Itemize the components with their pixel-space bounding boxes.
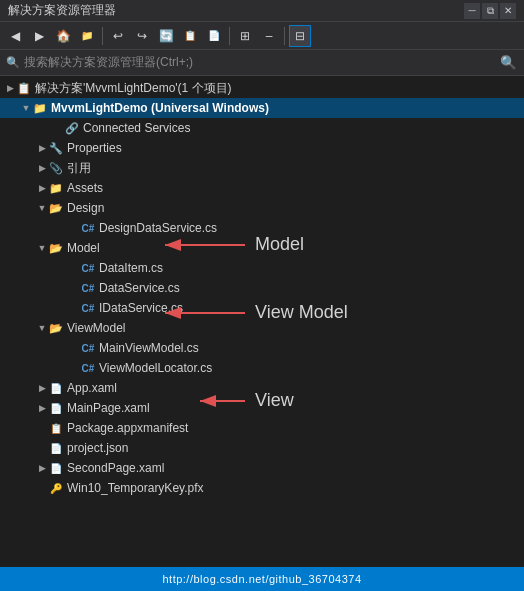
pkg-icon: 📋 — [48, 420, 64, 436]
mainviewmodel-node[interactable]: C# MainViewModel.cs — [0, 338, 524, 358]
connected-icon: 🔗 — [64, 120, 80, 136]
app-icon: 📄 — [48, 380, 64, 396]
dataservice-label: DataService.cs — [99, 281, 180, 295]
win10key-node[interactable]: 🔑 Win10_TemporaryKey.pfx — [0, 478, 524, 498]
vml-icon: C# — [80, 360, 96, 376]
connected-label: Connected Services — [83, 121, 190, 135]
sp-label: SecondPage.xaml — [67, 461, 164, 475]
solution-label: 解决方案'MvvmLightDemo'(1 个项目) — [35, 80, 232, 97]
references-icon: 📎 — [48, 160, 64, 176]
search-area: 🔍 搜索解决方案资源管理器(Ctrl+;) — [6, 54, 498, 71]
minus-button[interactable]: – — [258, 25, 280, 47]
dataitem-icon: C# — [80, 260, 96, 276]
key-icon: 🔑 — [48, 480, 64, 496]
sep3 — [284, 27, 285, 45]
properties-node[interactable]: 🔧 Properties — [0, 138, 524, 158]
search-options-button[interactable]: 🔍 — [498, 53, 518, 73]
sp-arrow — [36, 462, 48, 474]
solution-arrow — [4, 82, 16, 94]
grid-button[interactable]: ⊞ — [234, 25, 256, 47]
project-json-node[interactable]: 📄 project.json — [0, 438, 524, 458]
references-label: 引用 — [67, 160, 91, 177]
references-arrow — [36, 162, 48, 174]
project-node[interactable]: 📁 MvvmLightDemo (Universal Windows) — [0, 98, 524, 118]
pj-label: project.json — [67, 441, 128, 455]
model-arrow — [36, 242, 48, 254]
footer: http://blog.csdn.net/github_36704374 — [0, 567, 524, 591]
dataservice-icon: C# — [80, 280, 96, 296]
home-button[interactable]: 🏠 — [52, 25, 74, 47]
viewmodel-node[interactable]: 📂 ViewModel — [0, 318, 524, 338]
mainpage-label: MainPage.xaml — [67, 401, 150, 415]
model-node[interactable]: 📂 Model — [0, 238, 524, 258]
mainpage-arrow — [36, 402, 48, 414]
app-xaml-node[interactable]: 📄 App.xaml — [0, 378, 524, 398]
toolbar: ◀ ▶ 🏠 📁 ↩ ↪ 🔄 📋 📄 ⊞ – ⊟ — [0, 22, 524, 50]
settings-button[interactable]: ⊟ — [289, 25, 311, 47]
project-label: MvvmLightDemo (Universal Windows) — [51, 101, 269, 115]
model-icon: 📂 — [48, 240, 64, 256]
connected-services-node[interactable]: 🔗 Connected Services — [0, 118, 524, 138]
minimize-button[interactable]: ─ — [464, 3, 480, 19]
dataitem-node[interactable]: C# DataItem.cs — [0, 258, 524, 278]
mvm-icon: C# — [80, 340, 96, 356]
search-placeholder: 搜索解决方案资源管理器(Ctrl+;) — [24, 54, 193, 71]
vmlocator-node[interactable]: C# ViewModelLocator.cs — [0, 358, 524, 378]
undo-button[interactable]: ↩ — [107, 25, 129, 47]
package-node[interactable]: 📋 Package.appxmanifest — [0, 418, 524, 438]
assets-arrow — [36, 182, 48, 194]
paste-button[interactable]: 📄 — [203, 25, 225, 47]
dataservice-node[interactable]: C# DataService.cs — [0, 278, 524, 298]
mvm-label: MainViewModel.cs — [99, 341, 199, 355]
design-icon: 📂 — [48, 200, 64, 216]
design-node[interactable]: 📂 Design — [0, 198, 524, 218]
folder-button[interactable]: 📁 — [76, 25, 98, 47]
vml-label: ViewModelLocator.cs — [99, 361, 212, 375]
design-arrow — [36, 202, 48, 214]
sp-icon: 📄 — [48, 460, 64, 476]
sep2 — [229, 27, 230, 45]
dataitem-label: DataItem.cs — [99, 261, 163, 275]
idataservice-icon: C# — [80, 300, 96, 316]
properties-label: Properties — [67, 141, 122, 155]
properties-arrow — [36, 142, 48, 154]
pj-icon: 📄 — [48, 440, 64, 456]
app-label: App.xaml — [67, 381, 117, 395]
assets-label: Assets — [67, 181, 103, 195]
viewmodel-icon: 📂 — [48, 320, 64, 336]
assets-node[interactable]: 📁 Assets — [0, 178, 524, 198]
title-controls: ─ ⧉ ✕ — [464, 3, 516, 19]
dds-icon: C# — [80, 220, 96, 236]
forward-button[interactable]: ▶ — [28, 25, 50, 47]
title-bar: 解决方案资源管理器 ─ ⧉ ✕ — [0, 0, 524, 22]
sep1 — [102, 27, 103, 45]
close-button[interactable]: ✕ — [500, 3, 516, 19]
search-bar: 🔍 搜索解决方案资源管理器(Ctrl+;) 🔍 — [0, 50, 524, 76]
design-label: Design — [67, 201, 104, 215]
search-icon: 🔍 — [6, 56, 20, 69]
redo-button[interactable]: ↪ — [131, 25, 153, 47]
solution-node[interactable]: 📋 解决方案'MvvmLightDemo'(1 个项目) — [0, 78, 524, 98]
footer-text: http://blog.csdn.net/github_36704374 — [162, 573, 361, 585]
window-title: 解决方案资源管理器 — [8, 2, 116, 19]
project-icon: 📁 — [32, 100, 48, 116]
solution-explorer-tree[interactable]: 📋 解决方案'MvvmLightDemo'(1 个项目) 📁 MvvmLight… — [0, 76, 524, 567]
references-node[interactable]: 📎 引用 — [0, 158, 524, 178]
secondpage-node[interactable]: 📄 SecondPage.xaml — [0, 458, 524, 478]
project-arrow — [20, 102, 32, 114]
viewmodel-arrow — [36, 322, 48, 334]
copy-button[interactable]: 📋 — [179, 25, 201, 47]
design-data-service-node[interactable]: C# DesignDataService.cs — [0, 218, 524, 238]
assets-icon: 📁 — [48, 180, 64, 196]
properties-icon: 🔧 — [48, 140, 64, 156]
key-label: Win10_TemporaryKey.pfx — [67, 481, 204, 495]
viewmodel-label: ViewModel — [67, 321, 125, 335]
app-arrow — [36, 382, 48, 394]
float-button[interactable]: ⧉ — [482, 3, 498, 19]
mainpage-node[interactable]: 📄 MainPage.xaml — [0, 398, 524, 418]
mainpage-icon: 📄 — [48, 400, 64, 416]
pkg-label: Package.appxmanifest — [67, 421, 188, 435]
back-button[interactable]: ◀ — [4, 25, 26, 47]
idataservice-node[interactable]: C# IDataService.cs — [0, 298, 524, 318]
refresh-button[interactable]: 🔄 — [155, 25, 177, 47]
